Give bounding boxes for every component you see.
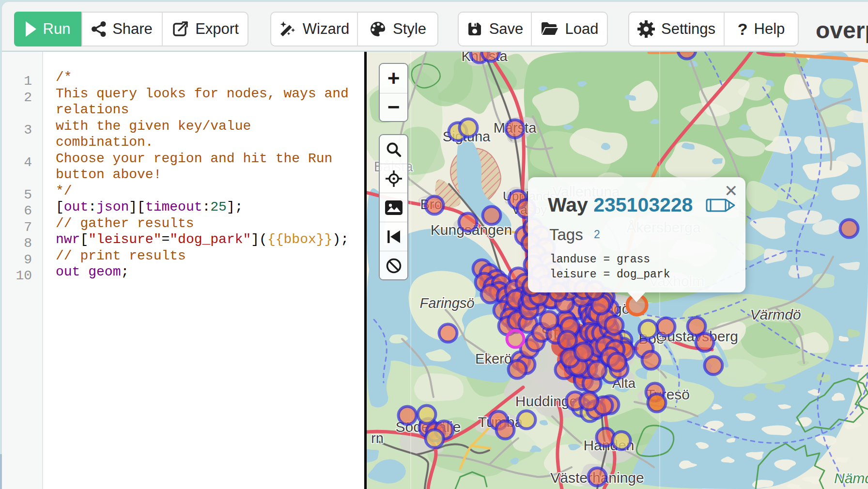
svg-text:Faringsö: Faringsö xyxy=(420,295,475,311)
svg-text:rn: rn xyxy=(371,430,384,446)
svg-text:Ekerö: Ekerö xyxy=(475,351,512,367)
svg-text:Nämdös: Nämdös xyxy=(834,470,868,486)
svg-text:Värmdö: Värmdö xyxy=(750,306,801,322)
